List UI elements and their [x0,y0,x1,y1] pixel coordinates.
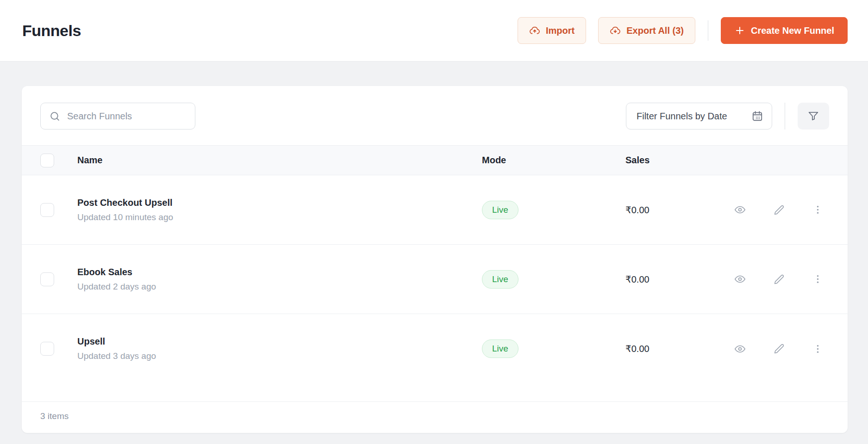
more-actions-button[interactable] [810,271,825,287]
funnels-card: Filter Funnels by Date [22,86,848,433]
column-header-mode: Mode [482,155,625,166]
topbar: Funnels Import Export All (3) [0,0,868,62]
toolbar-divider [785,103,785,130]
select-all-checkbox[interactable] [40,154,54,167]
toolbar-right: Filter Funnels by Date [626,103,829,130]
funnel-updated: Updated 2 days ago [77,282,482,292]
import-button-label: Import [546,25,575,36]
funnel-updated: Updated 10 minutes ago [77,212,482,222]
page-title: Funnels [22,22,81,40]
create-new-funnel-button[interactable]: Create New Funnel [721,17,848,44]
card-toolbar: Filter Funnels by Date [22,86,848,130]
funnel-name[interactable]: Ebook Sales [77,267,482,278]
cloud-download-icon [610,25,621,36]
eye-icon [734,343,746,355]
table-row: Post Checkout Upsell Updated 10 minutes … [22,175,848,245]
funnel-updated: Updated 3 days ago [77,351,482,361]
row-checkbox[interactable] [40,203,54,217]
eye-icon [734,273,746,285]
create-new-funnel-label: Create New Funnel [751,25,834,36]
preview-button[interactable] [732,202,748,218]
funnel-name-cell: Ebook Sales Updated 2 days ago [77,267,482,292]
pencil-icon [773,273,785,285]
items-count: 3 items [40,411,69,421]
kebab-menu-icon [812,273,824,285]
calendar-icon [751,110,763,122]
mode-cell: Live [482,201,625,219]
row-actions [732,271,829,287]
row-checkbox[interactable] [40,342,54,356]
more-actions-button[interactable] [810,202,825,217]
funnel-name-cell: Post Checkout Upsell Updated 10 minutes … [77,197,482,222]
search-input[interactable] [67,111,187,122]
export-all-button-label: Export All (3) [626,25,684,36]
filter-button[interactable] [798,103,829,130]
pencil-icon [773,204,785,216]
topbar-actions: Import Export All (3) Create New Funnel [518,17,848,44]
row-actions [732,202,829,218]
funnel-filter-icon [807,110,820,123]
live-status-badge: Live [482,201,518,219]
kebab-menu-icon [812,204,824,216]
live-status-badge: Live [482,339,518,358]
edit-button[interactable] [771,202,787,218]
more-actions-button[interactable] [810,341,825,357]
edit-button[interactable] [771,341,787,357]
kebab-menu-icon [812,343,824,355]
filter-by-date-label: Filter Funnels by Date [637,111,727,122]
sales-value: ₹0.00 [625,274,732,285]
search-icon [49,111,61,122]
preview-button[interactable] [732,271,748,287]
topbar-divider [708,20,708,41]
import-button[interactable]: Import [518,17,586,44]
table-footer: 3 items [22,401,848,433]
cloud-upload-icon [529,25,540,36]
mode-cell: Live [482,339,625,358]
funnel-name-cell: Upsell Updated 3 days ago [77,336,482,361]
export-all-button[interactable]: Export All (3) [598,17,695,44]
table-row: Upsell Updated 3 days ago Live ₹0.00 [22,314,848,383]
edit-button[interactable] [771,271,787,287]
live-status-badge: Live [482,270,518,289]
column-header-sales: Sales [625,155,732,166]
table-body: Post Checkout Upsell Updated 10 minutes … [22,175,848,401]
table-row: Ebook Sales Updated 2 days ago Live ₹0.0… [22,245,848,314]
column-header-name: Name [77,155,482,166]
row-checkbox[interactable] [40,272,54,286]
eye-icon [734,204,746,216]
filter-by-date-button[interactable]: Filter Funnels by Date [626,103,772,130]
sales-value: ₹0.00 [625,343,732,354]
funnel-name[interactable]: Post Checkout Upsell [77,197,482,208]
preview-button[interactable] [732,341,748,357]
mode-cell: Live [482,270,625,289]
search-funnels-box[interactable] [40,103,195,130]
row-actions [732,341,829,357]
table-header: Name Mode Sales [22,145,848,175]
sales-value: ₹0.00 [625,204,732,216]
funnel-name[interactable]: Upsell [77,336,482,347]
plus-icon [734,25,745,36]
pencil-icon [773,343,785,355]
